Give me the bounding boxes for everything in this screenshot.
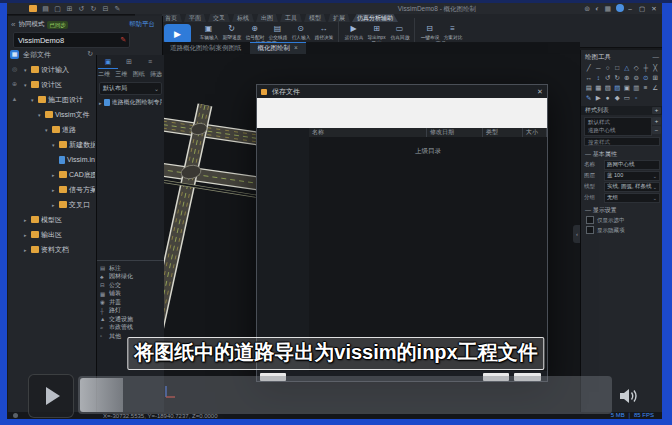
tool-icon[interactable]: ◆ bbox=[613, 93, 623, 103]
property-field[interactable]: 蓝 100 ⌄ bbox=[604, 171, 660, 181]
tree-caret-icon[interactable]: ▸ bbox=[24, 232, 29, 238]
tree-item[interactable]: ▸ CAD底图 bbox=[22, 167, 95, 182]
volume-button[interactable] bbox=[612, 382, 648, 410]
tool-icon[interactable]: ┼ bbox=[641, 63, 651, 73]
collapse-icon[interactable]: — bbox=[653, 53, 660, 62]
collapse-sidebar-icon[interactable]: « bbox=[11, 20, 15, 29]
close-button[interactable]: ✕ bbox=[648, 3, 660, 14]
style-filter-input[interactable]: 搜索样式 bbox=[584, 137, 660, 146]
column-header[interactable]: 大小 bbox=[523, 128, 547, 137]
tree-item[interactable]: ▾ 新建数据 bbox=[22, 137, 95, 152]
inner-tab-icon[interactable]: ▣ bbox=[98, 56, 118, 69]
rail-icon[interactable]: ⊕ bbox=[10, 80, 19, 89]
avatar[interactable] bbox=[616, 4, 624, 12]
titlebar-icon[interactable]: ▦ bbox=[604, 4, 611, 13]
property-field[interactable]: 实线, 圆弧, 样条线 ⌄ bbox=[604, 182, 660, 192]
ribbon-tab[interactable]: 工具 bbox=[280, 14, 302, 22]
tree-caret-icon[interactable]: ▸ bbox=[24, 217, 29, 223]
tool-icon[interactable]: ↔ bbox=[584, 73, 594, 83]
project-name-field[interactable]: VissimDemo8 ✎ bbox=[13, 32, 130, 48]
drawing-list-item[interactable]: ▸ 道路概化图绘制专用图纸 bbox=[99, 98, 162, 107]
view-button[interactable]: 筛选 bbox=[150, 70, 162, 79]
rail-icon[interactable]: ▦ bbox=[10, 50, 19, 59]
tree-caret-icon[interactable]: ▸ bbox=[24, 247, 29, 253]
tree-caret-icon[interactable]: ▾ bbox=[31, 97, 36, 103]
layer-item[interactable]: ⊟ 公交 bbox=[100, 281, 162, 290]
tree-item[interactable]: ▾ 施工图设计 bbox=[22, 92, 95, 107]
layer-item[interactable]: ▦ 铺装 bbox=[100, 290, 162, 299]
inner-tab-icon[interactable]: ⊞ bbox=[119, 56, 139, 68]
inner-tab-icon[interactable]: ≡ bbox=[140, 56, 160, 68]
quick-access-icon[interactable]: ⊟ bbox=[101, 4, 110, 13]
tree-caret-icon[interactable]: ▸ bbox=[52, 172, 57, 178]
quick-access-icon[interactable]: ✎ bbox=[113, 4, 122, 13]
video-seek-bar[interactable] bbox=[78, 376, 612, 414]
tree-item[interactable]: ▾ Vissim文件 bbox=[22, 107, 95, 122]
dialog-file-list[interactable]: 上级目录 bbox=[309, 137, 547, 371]
quick-access-icon[interactable]: ↺ bbox=[77, 4, 86, 13]
tool-icon[interactable]: ✎ bbox=[584, 93, 594, 103]
tool-icon[interactable]: ⊞ bbox=[651, 73, 661, 83]
layer-item[interactable]: ┼ 路灯 bbox=[100, 307, 162, 316]
edit-pen-icon[interactable]: ✎ bbox=[120, 36, 129, 44]
tool-icon[interactable]: ▤ bbox=[584, 83, 594, 93]
tool-icon[interactable]: ▣ bbox=[622, 83, 632, 93]
layer-item[interactable]: ◉ 井盖 bbox=[100, 298, 162, 307]
tree-caret-icon[interactable]: ▾ bbox=[38, 112, 43, 118]
tree-caret-icon[interactable]: ▾ bbox=[24, 82, 29, 88]
video-play-button[interactable] bbox=[28, 374, 74, 418]
property-field[interactable]: 无组 ⌄ bbox=[604, 193, 660, 203]
tree-caret-icon[interactable]: ▾ bbox=[24, 67, 29, 73]
tree-caret-icon[interactable]: ▸ bbox=[52, 202, 57, 208]
tab-close-icon[interactable]: × bbox=[294, 42, 298, 54]
rail-icon[interactable]: ▲ bbox=[10, 95, 19, 104]
document-tab[interactable]: 概化图绘制× bbox=[250, 42, 306, 54]
column-header[interactable]: 名称 bbox=[309, 128, 427, 137]
tool-icon[interactable]: ↕ bbox=[594, 73, 604, 83]
dialog-path-bar[interactable] bbox=[257, 98, 547, 128]
add-style-button[interactable]: + bbox=[652, 107, 661, 114]
tool-icon[interactable]: ─ bbox=[594, 63, 604, 73]
tool-icon[interactable]: ≡ bbox=[641, 83, 651, 93]
view-button[interactable]: 三维 bbox=[115, 70, 127, 79]
refresh-icon[interactable]: ↻ bbox=[87, 50, 93, 60]
parent-directory-row[interactable]: 上级目录 bbox=[309, 147, 547, 156]
ribbon-tab[interactable]: 交叉 bbox=[208, 14, 230, 22]
tool-icon[interactable]: ↻ bbox=[613, 73, 623, 83]
style-item[interactable]: 默认样式 bbox=[585, 118, 651, 126]
column-header[interactable]: 类型 bbox=[483, 128, 523, 137]
view-button[interactable]: 二维 bbox=[98, 70, 110, 79]
display-settings-header[interactable]: — 显示设置 bbox=[585, 206, 617, 215]
layer-item[interactable]: ▤ 标注 bbox=[100, 264, 162, 273]
quick-access-icon[interactable]: ▢ bbox=[53, 4, 62, 13]
tree-item[interactable]: ▸ 模型区 bbox=[22, 212, 95, 227]
ribbon-tab[interactable]: 扩展 bbox=[328, 14, 350, 22]
document-tab[interactable]: 道路概化图绘制案例图纸 bbox=[162, 42, 250, 54]
quick-access-icon[interactable]: ⊞ bbox=[65, 4, 74, 13]
tree-item[interactable]: ▸ 输出区 bbox=[22, 227, 95, 242]
tree-item[interactable]: ▾ 设计区 bbox=[22, 77, 95, 92]
tree-item[interactable]: ▸ 资料文档 bbox=[22, 242, 95, 257]
tool-icon[interactable]: ╳ bbox=[651, 63, 661, 73]
help-platform-link[interactable]: 帮助平台 bbox=[129, 20, 155, 29]
ribbon-tab[interactable]: 平面 bbox=[184, 14, 206, 22]
tool-icon[interactable]: △ bbox=[622, 63, 632, 73]
tool-icon[interactable]: ▫ bbox=[632, 93, 642, 103]
rail-icon[interactable]: ◎ bbox=[10, 65, 19, 74]
tree-item[interactable]: ▾ 道路 bbox=[22, 122, 95, 137]
tool-icon[interactable]: ○ bbox=[603, 63, 613, 73]
ribbon-tab[interactable]: 模型 bbox=[304, 14, 326, 22]
tree-caret-icon[interactable]: ▾ bbox=[45, 127, 50, 133]
layer-item[interactable]: ▲ 交通设施 bbox=[100, 315, 162, 324]
tree-item[interactable]: ▸ 信号方案 bbox=[22, 182, 95, 197]
style-list[interactable]: 默认样式道路中心线 bbox=[584, 117, 652, 136]
style-remove-button[interactable]: − bbox=[652, 126, 661, 134]
tool-icon[interactable]: ● bbox=[603, 93, 613, 103]
dialog-title-bar[interactable]: 保存文件 ✕ bbox=[257, 85, 547, 99]
dialog-close-icon[interactable]: ✕ bbox=[533, 88, 547, 96]
start-simulation-button[interactable]: ▶ bbox=[164, 24, 191, 44]
quick-access-icon[interactable]: ↻ bbox=[89, 4, 98, 13]
tool-icon[interactable]: ▶ bbox=[594, 93, 604, 103]
ribbon-tab[interactable]: 首页 bbox=[160, 14, 182, 22]
tool-icon[interactable]: ↺ bbox=[603, 73, 613, 83]
